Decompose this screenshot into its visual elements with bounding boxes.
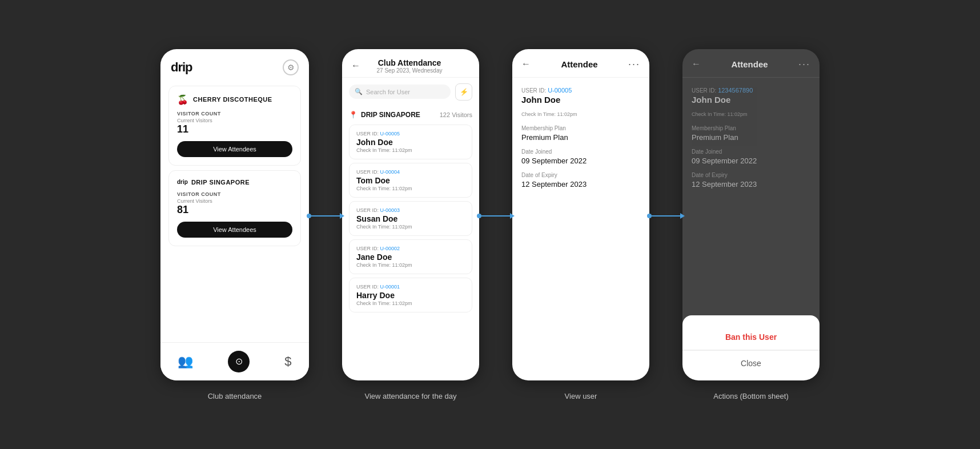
visitor-number-2: 81 — [177, 204, 292, 216]
search-row: 🔍 Search for User ⚡ — [342, 78, 479, 106]
drip-singapore-card: drip DRIP SINGAPORE VISITOR COUNT Curren… — [168, 170, 301, 246]
screen2-label: View attendance for the day — [365, 392, 457, 400]
screen3-content: USER ID: U-00005 John Doe Check In Time:… — [512, 78, 649, 205]
attendee-card-2[interactable]: USER ID: U-00004 Tom Doe Check In Time: … — [349, 163, 472, 198]
screen2-date: 27 Sep 2023, Wednesday — [377, 67, 443, 74]
attendee-name-5: Harry Doe — [356, 291, 465, 300]
venue-name: DRIP SINGAPORE — [361, 111, 420, 119]
screen2-header: ← Club Attendance 27 Sep 2023, Wednesday — [342, 49, 479, 78]
attendee-card-5[interactable]: USER ID: U-00001 Harry Doe Check In Time… — [349, 278, 472, 312]
s4-date-expiry-value: 12 September 2023 — [692, 180, 810, 189]
checkin-time-4: Check In Time: 11:02pm — [356, 262, 465, 268]
screen1-header: drip ⚙ — [160, 49, 309, 81]
user-id-value-2: U-00004 — [380, 169, 400, 175]
bottom-sheet: Ban this User Close — [682, 315, 820, 380]
venue-location-icon: 📍 — [349, 111, 358, 119]
screen-view-user: ← Attendee ··· USER ID: U-00005 John Doe… — [512, 49, 649, 380]
user-id-label-s4: USER ID: — [692, 87, 718, 94]
attendee-name-2: Tom Doe — [356, 176, 465, 185]
attendee-card-3[interactable]: USER ID: U-00003 Susan Doe Check In Time… — [349, 201, 472, 236]
user-id-value-5: U-00001 — [380, 284, 400, 290]
date-joined-value: 09 September 2022 — [521, 157, 640, 165]
drip-logo-small: drip — [177, 179, 188, 185]
date-expiry-label: Date of Expiry — [521, 172, 640, 178]
screen2-back-button[interactable]: ← — [351, 61, 360, 71]
search-placeholder: Search for User — [366, 89, 410, 95]
close-button[interactable]: Close — [682, 350, 820, 376]
screen4-header: ← Attendee ··· — [682, 49, 820, 78]
s4-date-expiry-label: Date of Expiry — [692, 172, 810, 178]
user-id-val-s3: U-00005 — [548, 87, 572, 94]
drip-club-name: DRIP SINGAPORE — [191, 179, 250, 186]
cherry-discotheque-card: 🍒 CHERRY DISCOTHEQUE VISITOR COUNT Curre… — [168, 86, 301, 166]
user-id-value-3: U-00003 — [380, 207, 400, 213]
screen-actions: ← Attendee ··· USER ID: 1234567890 John … — [682, 49, 820, 380]
drip-logo: drip — [171, 60, 192, 75]
screen3-title: Attendee — [561, 59, 597, 69]
screen3-more-button[interactable]: ··· — [628, 58, 640, 70]
user-id-label-5: USER ID: — [356, 284, 380, 290]
attendee-name-3: Susan Doe — [356, 214, 465, 223]
attendee-name-1: John Doe — [356, 138, 465, 147]
screen4-label: Actions (Bottom sheet) — [713, 392, 789, 400]
dollar-nav-icon[interactable]: $ — [284, 354, 291, 369]
screen4-back-button[interactable]: ← — [692, 59, 701, 69]
screen-club-attendance: drip ⚙ 🍒 CHERRY DISCOTHEQUE VISITOR COUN… — [160, 49, 309, 380]
visitor-count-label-1: VISITOR COUNT — [177, 111, 292, 117]
screen1-label: Club attendance — [208, 392, 262, 400]
date-expiry-value: 12 September 2023 — [521, 180, 640, 189]
checkin-time-5: Check In Time: 11:02pm — [356, 300, 465, 306]
checkin-time-3: Check In Time: 11:02pm — [356, 224, 465, 230]
scan-icon: ⊙ — [235, 356, 243, 367]
screen4-title: Attendee — [731, 59, 768, 69]
current-visitors-label-1: Current Visitors — [177, 118, 292, 123]
s4-membership-plan-label: Membership Plan — [692, 125, 810, 131]
user-id-label-s3: USER ID: — [521, 87, 548, 94]
bottom-nav: 👥 ⊙ $ — [160, 342, 309, 380]
user-id-label-1: USER ID: — [356, 131, 380, 137]
users-nav-icon[interactable]: 👥 — [178, 354, 193, 369]
user-id-val-s4: 1234567890 — [718, 87, 753, 94]
screen3-header: ← Attendee ··· — [512, 49, 649, 78]
filter-icon: ⚡ — [460, 88, 468, 96]
visitor-number-1: 11 — [177, 123, 292, 135]
s4-date-joined-label: Date Joined — [692, 149, 810, 155]
search-container[interactable]: 🔍 Search for User — [349, 85, 451, 99]
current-visitors-label-2: Current Visitors — [177, 198, 292, 204]
attendee-card-4[interactable]: USER ID: U-00002 Jane Doe Check In Time:… — [349, 239, 472, 274]
s3-checkin: Check In Time: 11:02pm — [521, 111, 640, 117]
scan-nav-icon[interactable]: ⊙ — [228, 351, 250, 372]
attendee-card-1[interactable]: USER ID: U-00005 John Doe Check In Time:… — [349, 125, 472, 159]
user-id-value-4: U-00002 — [380, 246, 400, 251]
screen4-more-button[interactable]: ··· — [798, 58, 810, 70]
s4-user-name: John Doe — [692, 95, 810, 105]
view-attendees-button-1[interactable]: View Attendees — [177, 141, 292, 157]
membership-plan-label: Membership Plan — [521, 125, 640, 131]
venue-section: 📍 DRIP SINGAPORE 122 Visitors — [342, 106, 479, 121]
screen-view-attendance: ← Club Attendance 27 Sep 2023, Wednesday… — [342, 49, 479, 380]
s4-membership-plan-value: Premium Plan — [692, 133, 810, 142]
screen3-back-button[interactable]: ← — [521, 59, 531, 69]
filter-button[interactable]: ⚡ — [455, 83, 472, 101]
attendee-name-4: Jane Doe — [356, 252, 465, 262]
membership-plan-value: Premium Plan — [521, 133, 640, 142]
s4-date-joined-value: 09 September 2022 — [692, 157, 810, 165]
screen4-content: USER ID: 1234567890 John Doe Check In Ti… — [682, 78, 820, 205]
date-joined-label: Date Joined — [521, 149, 640, 155]
checkin-time-2: Check In Time: 11:02pm — [356, 186, 465, 191]
s3-user-name: John Doe — [521, 95, 640, 105]
attendee-list: USER ID: U-00005 John Doe Check In Time:… — [342, 121, 479, 319]
ban-user-button[interactable]: Ban this User — [682, 324, 820, 350]
checkin-time-1: Check In Time: 11:02pm — [356, 147, 465, 153]
venue-count: 122 Visitors — [440, 111, 472, 118]
user-id-label-3: USER ID: — [356, 207, 380, 213]
user-id-label-4: USER ID: — [356, 246, 380, 251]
cherry-icon: 🍒 — [177, 94, 188, 105]
visitor-count-label-2: VISITOR COUNT — [177, 191, 292, 197]
user-id-value-1: U-00005 — [380, 131, 400, 137]
screen3-label: View user — [565, 392, 597, 400]
view-attendees-button-2[interactable]: View Attendees — [177, 222, 292, 238]
s4-checkin: Check In Time: 11:02pm — [692, 111, 810, 117]
settings-icon[interactable]: ⚙ — [283, 59, 299, 75]
cherry-club-name: CHERRY DISCOTHEQUE — [193, 96, 272, 103]
